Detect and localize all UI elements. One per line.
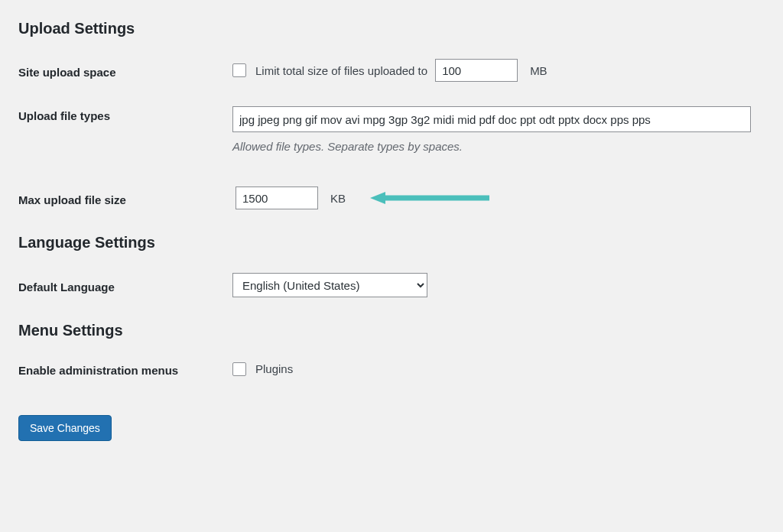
save-changes-button[interactable]: Save Changes [18, 415, 112, 441]
upload-file-types-input[interactable] [232, 106, 751, 132]
highlight-arrow-icon [369, 190, 491, 206]
site-upload-space-label: Site upload space [18, 63, 232, 79]
max-upload-size-unit: KB [330, 192, 346, 205]
limit-upload-value-input[interactable] [435, 59, 518, 82]
language-settings-heading: Language Settings [18, 234, 765, 251]
limit-upload-checkbox[interactable] [232, 63, 246, 77]
plugins-checkbox[interactable] [232, 362, 246, 376]
max-upload-size-row: Max upload file size KB [18, 187, 765, 209]
site-upload-space-row: Site upload space Limit total size of fi… [18, 59, 765, 82]
default-language-label: Default Language [18, 277, 232, 294]
menu-settings-heading: Menu Settings [18, 322, 765, 339]
default-language-row: Default Language English (United States) [18, 273, 765, 297]
plugins-checkbox-label: Plugins [255, 362, 293, 375]
default-language-select[interactable]: English (United States) [232, 273, 427, 297]
limit-upload-label: Limit total size of files uploaded to [255, 64, 427, 77]
max-upload-size-label: Max upload file size [18, 190, 232, 206]
upload-settings-heading: Upload Settings [18, 20, 765, 37]
limit-upload-unit: MB [530, 64, 547, 77]
max-upload-size-input[interactable] [236, 187, 318, 209]
upload-file-types-row: Upload file types Allowed file types. Se… [18, 106, 765, 153]
upload-file-types-description: Allowed file types. Separate types by sp… [232, 140, 765, 153]
enable-admin-menus-row: Enable administration menus Plugins [18, 361, 765, 377]
upload-file-types-label: Upload file types [18, 106, 232, 122]
svg-marker-1 [370, 192, 385, 204]
enable-admin-menus-label: Enable administration menus [18, 361, 232, 377]
